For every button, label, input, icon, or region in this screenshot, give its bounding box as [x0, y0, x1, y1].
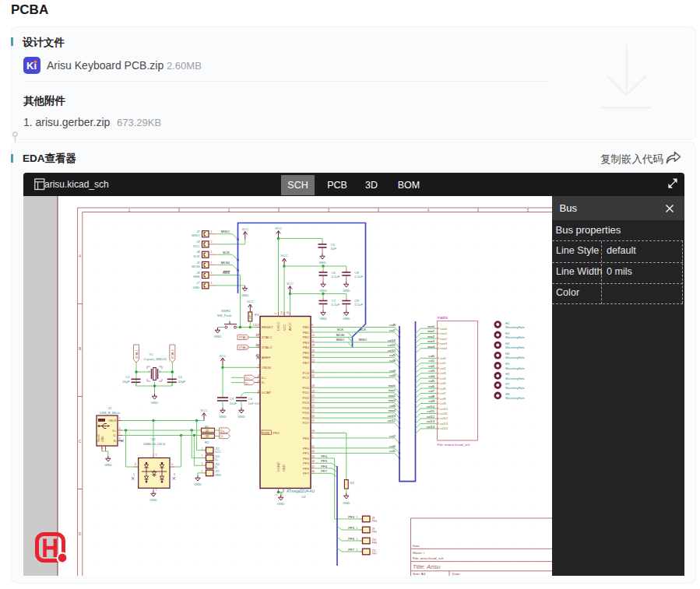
svg-text:J9: J9	[372, 528, 375, 531]
svg-text:PD1: PD1	[302, 391, 309, 394]
svg-text:2: 2	[119, 432, 121, 435]
svg-text:matrix: matrix	[438, 315, 448, 320]
svg-text:22: 22	[311, 409, 315, 412]
svg-text:col3: col3	[389, 373, 396, 377]
svg-text:col3: col3	[428, 369, 434, 373]
svg-text:1: 1	[210, 272, 212, 275]
svg-text:col5: col5	[428, 379, 434, 383]
svg-text:C2: C2	[178, 375, 183, 379]
svg-text:6: 6	[135, 463, 136, 466]
svg-text:col4: col4	[428, 374, 434, 378]
svg-text:R2: R2	[205, 440, 209, 444]
svg-text:J10: J10	[372, 538, 377, 542]
svg-text:col5: col5	[440, 381, 446, 385]
svg-text:GND: GND	[237, 415, 244, 419]
svg-text:D+: D+	[215, 458, 219, 461]
svg-text:12: 12	[311, 359, 315, 363]
svg-text:1: 1	[133, 473, 135, 476]
svg-text:2: 2	[228, 209, 230, 212]
svg-text:MISO: MISO	[192, 233, 199, 237]
svg-text:PF7: PF7	[372, 552, 378, 556]
svg-text:R3: R3	[255, 313, 259, 317]
svg-text:col0: col0	[389, 444, 396, 448]
svg-text:PF4: PF4	[348, 515, 354, 519]
svg-text:PD2: PD2	[302, 396, 309, 400]
svg-text:col8: col8	[428, 394, 434, 398]
svg-text:25: 25	[311, 405, 315, 408]
svg-text:VCC: VCC	[193, 244, 200, 248]
svg-text:XTAL1: XTAL1	[135, 349, 139, 359]
svg-text:22: 22	[206, 429, 209, 433]
svg-text:PB3: PB3	[303, 341, 310, 345]
svg-text:31: 31	[311, 370, 315, 373]
svg-text:PD7: PD7	[302, 421, 309, 425]
svg-text:D+: D+	[220, 429, 225, 433]
svg-text:col12: col12	[440, 416, 448, 420]
svg-text:col3: col3	[440, 371, 446, 375]
svg-text:PF6: PF6	[321, 465, 327, 468]
svg-text:PF5: PF5	[372, 531, 378, 534]
svg-text:1: 1	[357, 549, 358, 552]
svg-text:J11: J11	[372, 549, 377, 552]
svg-text:AVCC: AVCC	[288, 322, 292, 331]
svg-text:col13: col13	[388, 414, 396, 418]
svg-text:PF7: PF7	[303, 472, 310, 475]
svg-text:row3: row3	[427, 339, 435, 343]
svg-text:32: 32	[311, 374, 315, 377]
svg-text:PF1: PF1	[303, 451, 310, 455]
svg-text:22: 22	[206, 435, 209, 438]
svg-text:37: 37	[311, 465, 315, 468]
svg-text:GND: GND	[101, 436, 104, 442]
svg-text:col9: col9	[389, 359, 396, 363]
svg-text:GND: GND	[193, 286, 200, 289]
svg-text:2: 2	[156, 489, 157, 492]
svg-text:PF7: PF7	[348, 548, 354, 552]
svg-text:Title: Arisu: Title: Arisu	[413, 563, 441, 570]
svg-text:col1: col1	[428, 359, 434, 363]
svg-text:J7: J7	[195, 281, 200, 285]
svg-text:26: 26	[311, 415, 315, 418]
svg-text:0.1uF: 0.1uF	[332, 303, 340, 307]
svg-text:UCAP: UCAP	[262, 391, 271, 394]
svg-text:col6: col6	[389, 404, 396, 408]
svg-text:VCC: VCC	[201, 408, 208, 412]
svg-text:ATmega32U4-AU: ATmega32U4-AU	[287, 489, 315, 493]
svg-text:0.1uF: 0.1uF	[354, 303, 363, 307]
svg-text:PD3: PD3	[302, 401, 309, 405]
svg-text:File: matrix.kicad_sch: File: matrix.kicad_sch	[438, 443, 471, 447]
svg-text:row1: row1	[389, 388, 396, 392]
svg-text:row0: row0	[440, 327, 448, 331]
svg-text:PF0: PF0	[303, 447, 310, 451]
svg-text:D-: D-	[262, 380, 266, 384]
svg-text:3: 3	[328, 209, 330, 212]
svg-text:4: 4	[119, 437, 121, 440]
svg-text:VCC: VCC	[247, 300, 254, 303]
svg-text:GND: GND	[343, 501, 350, 505]
svg-text:XTAL2: XTAL2	[171, 349, 174, 359]
svg-text:MountingHole: MountingHole	[505, 335, 525, 339]
svg-text:10uF: 10uF	[230, 401, 237, 405]
svg-text:1: 1	[202, 447, 203, 451]
svg-text:row4: row4	[440, 346, 448, 350]
svg-text:VCC: VCC	[287, 282, 294, 286]
svg-text:MISO: MISO	[336, 338, 345, 342]
svg-text:col2: col2	[389, 434, 396, 438]
svg-text:SCK: SCK	[337, 328, 344, 331]
svg-text:20: 20	[311, 394, 315, 398]
svg-text:GND: GND	[277, 502, 284, 506]
svg-text:4: 4	[171, 463, 173, 466]
svg-text:col2: col2	[428, 364, 434, 368]
svg-text:PF6: PF6	[348, 537, 354, 541]
svg-text:row0: row0	[389, 384, 396, 387]
svg-text:1: 1	[210, 251, 212, 254]
svg-text:GND: GND	[214, 335, 221, 338]
svg-text:col7: col7	[428, 389, 434, 393]
svg-text:row4: row4	[427, 345, 435, 349]
svg-text:13: 13	[256, 324, 259, 327]
svg-text:42: 42	[256, 354, 259, 357]
svg-text:21: 21	[311, 399, 315, 402]
svg-text:D+: D+	[113, 429, 118, 433]
svg-text:36: 36	[311, 470, 315, 473]
svg-text:Date:: Date:	[452, 572, 461, 576]
svg-text:10K: 10K	[248, 314, 252, 319]
